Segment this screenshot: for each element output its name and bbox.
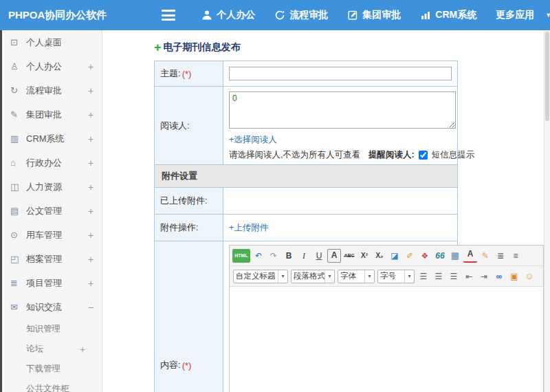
image-button[interactable]: ▣ [507, 270, 521, 283]
remove-format-button[interactable]: ◪ [388, 249, 402, 263]
sidebar-item-crm-system[interactable]: ▥ CRM系统 + [2, 127, 102, 151]
subscript-button[interactable]: X₂ [373, 249, 386, 263]
people-icon: ◫ [10, 182, 24, 192]
sms-reminder-checkbox[interactable] [419, 151, 428, 160]
indent-increase-button[interactable]: ⇥ [477, 270, 491, 283]
vertical-scrollbar[interactable] [544, 30, 550, 392]
align-left-button[interactable]: ☰ [417, 270, 430, 283]
sidebar-item-group-approval[interactable]: ✎ 集团审批 + [2, 102, 102, 127]
sidebar-item-human-resources[interactable]: ◫ 人力资源 + [2, 175, 102, 199]
expand-toggle-icon[interactable]: + [87, 182, 95, 193]
highlight-color-button[interactable]: ✎ [478, 249, 492, 263]
heading-select[interactable]: 自定义标题 ▼ [233, 270, 288, 283]
expand-toggle-icon[interactable]: − [87, 302, 95, 313]
add-icon: + [154, 43, 162, 52]
font-family-select[interactable]: 字体 ▼ [338, 270, 375, 283]
sidebar-item-admin-office[interactable]: ⌂ 行政办公 + [2, 151, 102, 175]
redo-button[interactable]: ↷ [267, 249, 280, 263]
emoticon-button[interactable]: ☺ [522, 270, 536, 283]
required-mark: (*) [182, 360, 192, 371]
font-style-button[interactable]: A [327, 249, 341, 263]
sidebar-subitem-knowledge-management[interactable]: 知识管理 [2, 319, 102, 339]
editor-content-area[interactable] [230, 287, 543, 392]
sidebar-item-project-management[interactable]: ≣ 项目管理 + [2, 271, 102, 295]
html-source-button[interactable]: HTML [232, 249, 250, 263]
expand-toggle-icon[interactable]: + [87, 109, 95, 120]
format-brush-button[interactable]: ✐ [403, 249, 417, 263]
sidebar-item-vehicle-management[interactable]: ⊙ 用车管理 + [2, 223, 102, 247]
scrollbar-thumb[interactable] [545, 32, 549, 121]
font-size-select[interactable]: 字号 ▼ [377, 270, 415, 283]
subject-input[interactable] [229, 67, 452, 80]
nav-item-label: 个人办公 [217, 9, 255, 21]
align-center-button[interactable]: ☰ [432, 270, 446, 283]
readers-textarea[interactable]: 0 [229, 91, 456, 129]
nav-item-personal-office[interactable]: 个人办公 [192, 0, 265, 30]
sidebar-knowledge-subitems: 知识管理 论坛 + 下载管理 公共文件柜 [2, 319, 102, 392]
strikethrough-button[interactable]: ABC [342, 249, 356, 263]
ordered-list-button[interactable]: ≡ [509, 249, 522, 263]
undo-button[interactable]: ↶ [252, 249, 265, 263]
paint-button[interactable]: ❖ [418, 249, 432, 263]
indent-decrease-button[interactable]: ⇤ [462, 270, 476, 283]
chat-icon: ✉ [10, 302, 24, 312]
sidebar-item-archive-management[interactable]: ◰ 档案管理 + [2, 247, 102, 271]
upload-attachment-link[interactable]: +上传附件 [229, 222, 268, 234]
select-readers-link[interactable]: +选择阅读人 [229, 134, 277, 146]
sidebar-subitem-public-file-cabinet[interactable]: 公共文件柜 [2, 379, 102, 392]
bold-button[interactable]: B [282, 249, 296, 263]
expand-toggle-icon[interactable]: + [87, 157, 95, 168]
link-button[interactable]: ∞ [492, 270, 506, 283]
paragraph-select[interactable]: 段落格式 ▼ [291, 270, 335, 283]
nav-item-more-apps[interactable]: 更多应用 ▼ [486, 0, 550, 30]
unordered-list-button[interactable]: ≣ [494, 249, 507, 263]
attachment-actions-label: 附件操作: [160, 221, 199, 234]
nav-item-workflow-approval[interactable]: 流程审批 [265, 0, 338, 30]
font-color-button[interactable]: A [463, 249, 477, 263]
chevron-down-icon: ▼ [545, 12, 550, 19]
sidebar-item-knowledge-exchange[interactable]: ✉ 知识交流 − [2, 295, 102, 319]
sidebar-subitem-download-management[interactable]: 下载管理 [2, 359, 102, 379]
readers-row: 阅读人: 0 +选择阅读人 请选择阅读人,不选为所有人可查看 提醒阅读人: 短信… [155, 87, 457, 165]
chevron-down-icon: ▼ [278, 270, 287, 283]
readers-hint-text: 请选择阅读人,不选为所有人可查看 [229, 149, 360, 161]
car-icon: ⊙ [10, 230, 24, 240]
page-title: + 电子期刊信息发布 [154, 41, 550, 54]
superscript-button[interactable]: X² [358, 249, 371, 263]
sidebar-item-document-management[interactable]: ▤ 公文管理 + [2, 199, 102, 223]
nav-item-crm-system[interactable]: CRM系统 [410, 0, 486, 30]
italic-button[interactable]: I [297, 249, 311, 263]
expand-toggle-icon[interactable]: + [78, 344, 87, 355]
expand-toggle-icon[interactable]: + [87, 254, 95, 265]
blockquote-button[interactable]: 66 [433, 249, 447, 263]
expand-toggle-icon[interactable]: + [87, 61, 95, 72]
top-navigation: 个人办公 流程审批 集团审批 CRM系统 更多应用 ▼ [192, 0, 550, 30]
folder-icon: ◰ [10, 254, 24, 264]
table-button[interactable]: ▦ [448, 249, 462, 263]
chevron-down-icon: ▼ [404, 270, 414, 283]
chevron-down-icon: ▼ [364, 270, 374, 283]
sidebar-item-personal-desktop[interactable]: ⊡ 个人桌面 [2, 30, 102, 54]
top-bar: PHPOA协同办公软件 个人办公 流程审批 集团审批 CRM系统 [0, 0, 550, 30]
person-icon [201, 10, 212, 21]
content-label: 内容: [160, 359, 181, 371]
edit-icon [347, 10, 358, 21]
sidebar-item-workflow-approval[interactable]: ↻ 流程审批 + [2, 78, 102, 102]
edit-icon: ✎ [10, 109, 24, 120]
menu-toggle-button[interactable] [159, 5, 178, 26]
underline-button[interactable]: U [312, 249, 326, 263]
expand-toggle-icon[interactable]: + [87, 230, 95, 241]
subject-row: 主题: (*) [155, 61, 457, 87]
expand-toggle-icon[interactable]: + [87, 133, 95, 144]
nav-item-group-approval[interactable]: 集团审批 [338, 0, 410, 30]
nav-item-label: 集团审批 [362, 9, 401, 21]
sidebar-item-personal-office[interactable]: ♙ 个人办公 + [2, 54, 102, 78]
journal-publish-form: 主题: (*) 阅读人: 0 +选择阅读人 请选择阅读人,不选为所有人可查看 提… [154, 61, 458, 392]
readers-hint-line: 请选择阅读人,不选为所有人可查看 提醒阅读人: 短信息提示 [229, 149, 452, 161]
sidebar-subitem-forum[interactable]: 论坛 + [2, 339, 102, 359]
expand-toggle-icon[interactable]: + [87, 278, 95, 289]
desktop-icon: ⊡ [10, 37, 24, 47]
expand-toggle-icon[interactable]: + [87, 206, 95, 217]
align-right-button[interactable]: ☰ [447, 270, 461, 283]
expand-toggle-icon[interactable]: + [87, 85, 95, 96]
